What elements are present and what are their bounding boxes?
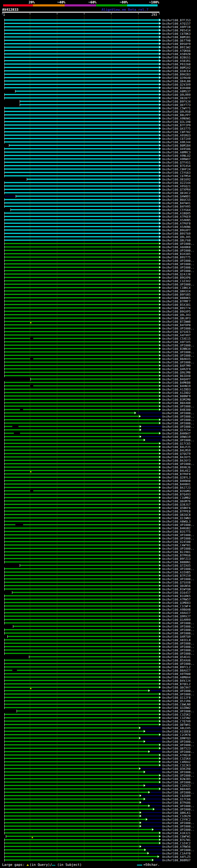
hit-line[interactable] (5, 809, 153, 810)
hit-line[interactable] (5, 443, 159, 444)
hit-label[interactable]: UniRef100_UPI000.. (162, 262, 194, 266)
hit-line[interactable] (5, 321, 159, 322)
hit-label[interactable]: UniRef100_B7PRG6 (162, 554, 191, 557)
hit-label[interactable]: UniRef100_C6WLN8 (162, 703, 191, 706)
hit-line[interactable] (11, 209, 159, 210)
hit-line[interactable] (5, 734, 159, 735)
hit-line[interactable] (5, 680, 159, 681)
hit-line[interactable] (5, 155, 159, 156)
hit-label[interactable]: UniRef100_Q3L1H0 (162, 120, 191, 123)
hit-label[interactable]: UniRef100_Q4W8D1 (162, 195, 191, 198)
hit-line[interactable] (5, 683, 159, 684)
hit-label[interactable]: UniRef100_O49506 (162, 148, 191, 151)
hit-label[interactable]: UniRef100_A7HQ18 (162, 754, 191, 757)
hit-label[interactable]: UniRef100_Q10CE4 (162, 70, 191, 73)
hit-label[interactable]: UniRef100_C4WT81 (162, 544, 191, 547)
hit-label[interactable]: UniRef100_UPI000.. (162, 649, 194, 652)
hit-label[interactable]: UniRef100_UPI000.. (162, 351, 194, 354)
hit-line[interactable] (5, 60, 159, 61)
hit-label[interactable]: UniRef100_O82077 (162, 97, 191, 100)
hit-line[interactable] (9, 145, 159, 146)
hit-line[interactable] (5, 545, 159, 546)
hit-label[interactable]: UniRef100_C1UMR2 (162, 496, 191, 499)
hit-label[interactable]: UniRef100_B9GXP6 (162, 276, 191, 279)
hit-line[interactable] (5, 263, 159, 265)
hit-line[interactable] (5, 256, 159, 258)
hit-line[interactable] (5, 456, 159, 458)
hit-line[interactable] (5, 653, 159, 654)
hit-line[interactable] (5, 192, 159, 193)
hit-line[interactable] (5, 622, 159, 623)
hit-label[interactable]: UniRef100_A8LEH5 (162, 727, 191, 730)
hit-label[interactable]: UniRef100_Q6C9A7 (162, 686, 191, 689)
hit-label[interactable]: UniRef100_UPI000.. (162, 270, 194, 273)
hit-label[interactable]: UniRef100_B4LMS9 (162, 449, 191, 452)
hit-label[interactable]: UniRef100_B8LPP7 (162, 114, 191, 117)
hit-line[interactable] (5, 341, 159, 342)
hit-label[interactable]: UniRef100_B7FIP9 (162, 124, 191, 127)
hit-label[interactable]: UniRef100_B9ST69 (162, 232, 191, 235)
hit-label[interactable]: UniRef100_Q7ZXU5 (162, 564, 191, 567)
hit-label[interactable]: UniRef100_C2CM78 (162, 734, 191, 737)
hit-line[interactable] (5, 162, 159, 163)
hit-line[interactable] (5, 497, 159, 498)
hit-label[interactable]: UniRef100_C3Z4C2 (162, 842, 191, 845)
hit-label[interactable]: UniRef100_A5B1R1 (162, 59, 191, 63)
hit-label[interactable]: UniRef100_C0HF24 (162, 168, 191, 171)
hit-line[interactable] (5, 23, 159, 24)
hit-line[interactable] (5, 568, 159, 569)
hit-line[interactable] (5, 687, 159, 688)
hit-label[interactable]: UniRef100_A5AKN5 (162, 219, 191, 222)
hit-label[interactable]: UniRef100_A7RW57 (162, 598, 191, 601)
hit-label[interactable]: UniRef100_B9FZI3 (162, 557, 191, 560)
hit-label[interactable]: UniRef100_A7P6E9 (162, 215, 191, 218)
hit-label[interactable]: UniRef100_UPI000.. (162, 625, 194, 628)
hit-label[interactable]: UniRef100_UPI000.. (162, 689, 194, 692)
hit-line[interactable] (5, 30, 159, 31)
hit-label[interactable]: UniRef100_C1E2K3 (162, 764, 191, 767)
hit-line[interactable] (5, 859, 152, 861)
hit-line[interactable] (5, 588, 159, 590)
hit-line[interactable] (5, 504, 159, 505)
hit-label[interactable]: UniRef100_C0P702 (162, 130, 191, 134)
hit-line[interactable] (5, 277, 159, 278)
hit-label[interactable]: UniRef100_B7FJS3 (162, 19, 191, 22)
hit-line[interactable] (5, 365, 159, 366)
hit-label[interactable]: UniRef100_UPI000.. (162, 415, 194, 418)
hit-label[interactable]: UniRef100_P05414 (162, 29, 191, 32)
hit-label[interactable]: UniRef100_B4J6Y3 (162, 459, 191, 462)
hit-label[interactable]: UniRef100_Q6GM76 (162, 500, 191, 503)
hit-line[interactable] (5, 70, 159, 71)
hit-line[interactable] (5, 345, 159, 346)
hit-line[interactable] (5, 250, 159, 251)
hit-line[interactable] (5, 507, 159, 508)
hit-label[interactable]: UniRef100_B9FU85 (162, 293, 191, 296)
hit-label[interactable]: UniRef100_B3S6M3 (162, 490, 191, 493)
hit-label[interactable]: UniRef100_A1Z8D2 (162, 391, 191, 395)
hit-line[interactable] (5, 253, 159, 254)
hit-label[interactable]: UniRef100_C7Q7H9 (162, 720, 191, 723)
hit-label[interactable]: UniRef100_B8B8K5 (162, 297, 191, 300)
hit-label[interactable]: UniRef100_B1WYQ0 (162, 588, 191, 591)
hit-line[interactable] (5, 280, 159, 281)
hit-label[interactable]: UniRef100_A3IHB5 (162, 571, 191, 574)
hit-line[interactable] (5, 121, 159, 122)
hit-line[interactable] (5, 839, 159, 840)
hit-line[interactable] (5, 226, 159, 227)
hit-line[interactable] (5, 317, 159, 319)
hit-label[interactable]: UniRef100_Q9LRR9 (162, 93, 191, 96)
hit-label[interactable]: UniRef100_UPI000.. (162, 808, 194, 811)
hit-label[interactable]: UniRef100_Q1IWN3 (162, 517, 191, 520)
hit-label[interactable]: UniRef100_B4LPJ5 (162, 445, 191, 448)
hit-line[interactable] (5, 213, 159, 214)
hit-label[interactable]: UniRef100_A9F5V5 (162, 341, 191, 344)
hit-line[interactable] (5, 348, 159, 349)
hit-line[interactable] (5, 131, 159, 132)
hit-line[interactable] (5, 561, 159, 563)
hit-label[interactable]: UniRef100_Q28YL3 (162, 476, 191, 479)
hit-line[interactable] (5, 94, 159, 95)
hit-line[interactable] (20, 104, 159, 105)
hit-label[interactable]: UniRef100_B4QAP7 (162, 378, 191, 381)
hit-label[interactable]: UniRef100_B9ST74 (162, 307, 191, 310)
hit-line[interactable] (5, 81, 159, 82)
